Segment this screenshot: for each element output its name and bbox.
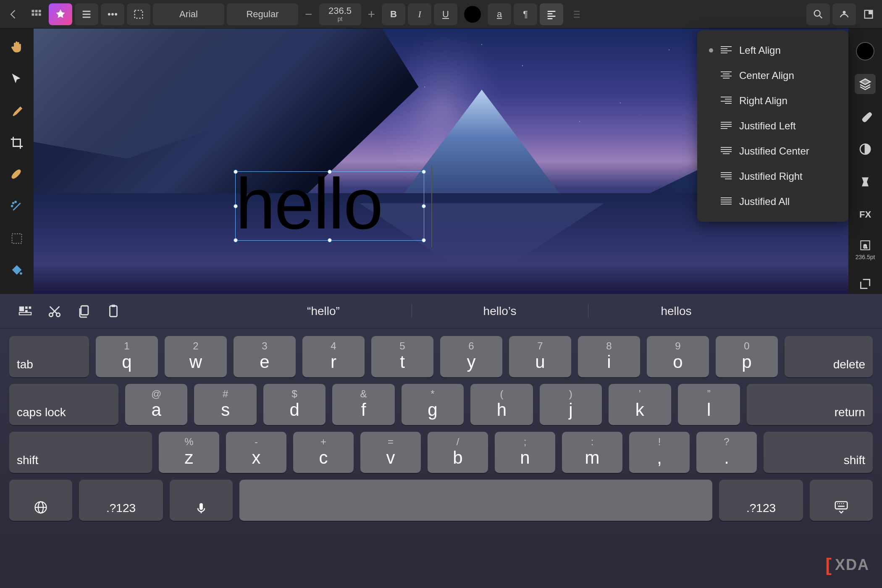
globe-key[interactable] — [9, 480, 72, 521]
font-family-select[interactable]: Arial — [153, 3, 224, 25]
resize-handle[interactable] — [422, 204, 426, 208]
adjustments-panel-icon[interactable] — [855, 139, 876, 159]
font-style-select[interactable]: Regular — [227, 3, 298, 25]
resize-handle[interactable] — [422, 238, 426, 242]
history-panel-icon[interactable] — [855, 172, 876, 192]
bold-button[interactable]: B — [382, 3, 405, 25]
font-size-field[interactable]: 236.5 pt — [319, 3, 361, 25]
paste-icon[interactable] — [105, 303, 122, 320]
menu-icon[interactable] — [75, 3, 98, 25]
app-icon[interactable] — [49, 3, 72, 25]
resize-handle[interactable] — [422, 170, 426, 174]
underline-button[interactable]: U — [434, 3, 457, 25]
key-m[interactable]: :m — [562, 432, 622, 473]
key-v[interactable]: =v — [360, 432, 421, 473]
resize-handle[interactable] — [234, 170, 238, 174]
suggestion[interactable]: “hello” — [235, 299, 412, 323]
align-center-option[interactable]: Center Align — [697, 63, 848, 88]
marquee-tool-icon[interactable] — [8, 230, 25, 247]
numeric-key[interactable]: .?123 — [79, 480, 163, 521]
character-panel-icon[interactable]: a236.5pt — [855, 237, 876, 261]
fx-panel-icon[interactable]: FX — [855, 205, 876, 225]
pen-settings-icon[interactable] — [832, 3, 856, 25]
justify-left-option[interactable]: Justified Left — [697, 113, 848, 139]
key-a[interactable]: @a — [125, 384, 187, 425]
char-style-button[interactable]: a — [488, 3, 511, 25]
key-n[interactable]: ;n — [495, 432, 555, 473]
key-f[interactable]: &f — [332, 384, 394, 425]
key-o[interactable]: 9o — [647, 336, 709, 377]
decrease-size-button[interactable]: − — [301, 3, 317, 25]
key-y[interactable]: 6y — [440, 336, 502, 377]
key-d[interactable]: $d — [263, 384, 326, 425]
color-picker-icon[interactable] — [855, 41, 876, 61]
crop-tool-icon[interactable] — [8, 134, 25, 151]
key-g[interactable]: *g — [402, 384, 464, 425]
resize-handle[interactable] — [328, 170, 332, 174]
magic-wand-tool-icon[interactable] — [8, 198, 25, 215]
eyedropper-tool-icon[interactable] — [8, 102, 25, 119]
selection-icon[interactable] — [127, 3, 150, 25]
hand-tool-icon[interactable] — [8, 39, 25, 55]
brush-tool-icon[interactable] — [8, 166, 25, 183]
text-color-button[interactable] — [460, 3, 485, 25]
grid-icon[interactable] — [26, 3, 46, 25]
key-z[interactable]: %z — [159, 432, 219, 473]
key-s[interactable]: #s — [194, 384, 256, 425]
dictation-key[interactable] — [170, 480, 233, 521]
resize-handle[interactable] — [328, 238, 332, 242]
text-frame[interactable]: hello — [235, 171, 424, 241]
back-button[interactable] — [3, 3, 24, 25]
list-button[interactable] — [566, 3, 586, 25]
cut-icon[interactable] — [46, 303, 63, 320]
key-period[interactable]: ?. — [696, 432, 757, 473]
tab-key[interactable]: tab — [9, 336, 89, 377]
justify-center-option[interactable]: Justified Center — [697, 139, 848, 164]
key-h[interactable]: (h — [470, 384, 533, 425]
align-left-option[interactable]: Left Align — [697, 38, 848, 63]
kb-shortcut-icon[interactable] — [17, 303, 34, 320]
key-p[interactable]: 0p — [716, 336, 778, 377]
resize-handle[interactable] — [234, 204, 238, 208]
key-e[interactable]: 3e — [234, 336, 296, 377]
delete-key[interactable]: delete — [785, 336, 873, 377]
fullscreen-icon[interactable] — [858, 3, 879, 25]
key-k[interactable]: ’k — [609, 384, 671, 425]
paragraph-button[interactable]: ¶ — [514, 3, 537, 25]
capslock-key[interactable]: caps lock — [9, 384, 118, 425]
italic-button[interactable]: I — [408, 3, 431, 25]
brushes-panel-icon[interactable] — [855, 107, 876, 127]
key-x[interactable]: -x — [226, 432, 286, 473]
justify-all-option[interactable]: Justified All — [697, 189, 848, 214]
resize-handle[interactable] — [234, 238, 238, 242]
key-l[interactable]: ”l — [678, 384, 740, 425]
text-content[interactable]: hello — [236, 164, 382, 244]
copy-icon[interactable] — [76, 303, 92, 320]
key-w[interactable]: 2w — [165, 336, 227, 377]
spacebar-key[interactable] — [239, 480, 712, 521]
suggestion[interactable]: hellos — [588, 299, 764, 323]
shift-key[interactable]: shift — [764, 432, 873, 473]
key-r[interactable]: 4r — [302, 336, 365, 377]
move-tool-icon[interactable] — [8, 71, 25, 87]
more-icon[interactable] — [101, 3, 124, 25]
align-right-option[interactable]: Right Align — [697, 88, 848, 113]
key-u[interactable]: 7u — [509, 336, 571, 377]
key-comma[interactable]: !, — [629, 432, 690, 473]
key-q[interactable]: 1q — [96, 336, 158, 377]
key-b[interactable]: /b — [428, 432, 488, 473]
key-i[interactable]: 8i — [578, 336, 640, 377]
shift-key[interactable]: shift — [9, 432, 152, 473]
fill-tool-icon[interactable] — [8, 262, 25, 279]
alignment-button[interactable] — [540, 3, 563, 25]
suggestion[interactable]: hello’s — [412, 299, 588, 323]
transform-panel-icon[interactable] — [855, 274, 876, 294]
increase-size-button[interactable]: + — [364, 3, 380, 25]
numeric-key[interactable]: .?123 — [719, 480, 803, 521]
key-t[interactable]: 5t — [371, 336, 433, 377]
justify-right-option[interactable]: Justified Right — [697, 164, 848, 189]
return-key[interactable]: return — [747, 384, 873, 425]
layers-panel-icon[interactable] — [855, 74, 876, 94]
dismiss-keyboard-key[interactable] — [810, 480, 873, 521]
key-c[interactable]: +c — [293, 432, 354, 473]
